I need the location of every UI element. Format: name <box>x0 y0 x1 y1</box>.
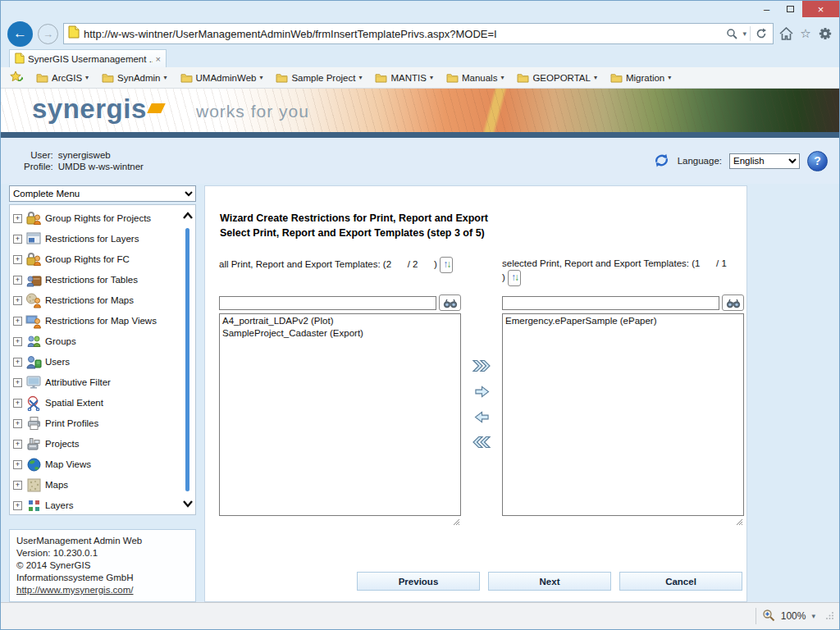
expand-icon[interactable]: + <box>13 419 22 428</box>
scroll-up-icon[interactable] <box>182 208 194 223</box>
favorite-label: SynAdmin <box>117 73 160 83</box>
home-icon[interactable] <box>778 26 793 41</box>
favorite-geoportal[interactable]: GEOPORTAL ▾ <box>517 73 597 83</box>
available-count-total: 2 <box>413 258 434 271</box>
cancel-button[interactable]: Cancel <box>619 572 742 591</box>
available-templates-listbox[interactable]: A4_portrait_LDAPv2 (Plot) SampleProject_… <box>219 313 461 516</box>
expand-icon[interactable]: + <box>13 337 22 346</box>
expand-icon[interactable]: + <box>13 296 22 305</box>
zoom-dropdown-icon[interactable]: ▾ <box>811 612 815 620</box>
user-value: synergisweb <box>58 150 144 160</box>
search-dropdown-icon[interactable]: ▾ <box>742 30 746 38</box>
tree-item-spatial-extent[interactable]: + Spatial Extent <box>13 393 179 413</box>
resize-grip-icon[interactable] <box>736 518 743 527</box>
back-button[interactable]: ← <box>7 21 33 47</box>
selected-count-total: 1 <box>721 257 742 270</box>
tree-item-group-rights-for-fc[interactable]: + Group Rights for FC <box>13 249 179 270</box>
tree-item-label: Spatial Extent <box>45 398 103 408</box>
tree-scrollbar[interactable] <box>180 208 194 511</box>
list-item[interactable]: A4_portrait_LDAPv2 (Plot) <box>220 315 460 327</box>
refresh-icon[interactable] <box>754 26 769 41</box>
tree-item-restrictions-for-layers[interactable]: + Restrictions for Layers <box>13 229 179 249</box>
favorite-sample-project[interactable]: Sample Project ▾ <box>276 73 362 83</box>
scroll-down-icon[interactable] <box>182 496 194 511</box>
favorite-mantis[interactable]: MANTIS ▾ <box>375 73 432 83</box>
available-templates-column: all Print, Report and Export Templates: … <box>219 257 461 526</box>
search-binoculars-button[interactable] <box>439 294 461 311</box>
tree-item-maps[interactable]: + Maps <box>13 475 179 495</box>
expand-icon[interactable]: + <box>13 214 22 223</box>
url-text[interactable]: http://w-ws-wintner/UserManagementAdminW… <box>84 28 720 40</box>
title-bar: – × <box>1 1 839 19</box>
tab-synergis-usermanagement[interactable]: SynerGIS Usermanagement ... × <box>9 49 167 67</box>
resize-grip-icon[interactable] <box>826 610 834 622</box>
favorite-migration[interactable]: Migration ▾ <box>610 73 671 83</box>
menu-select[interactable]: Complete Menu <box>9 185 196 202</box>
user-label: User: <box>24 150 53 160</box>
expand-icon[interactable]: + <box>13 255 22 264</box>
tree-item-group-rights-for-projects[interactable]: + Group Rights for Projects <box>13 208 179 229</box>
tree-item-label: Restrictions for Maps <box>45 295 134 305</box>
search-icon[interactable] <box>724 26 739 41</box>
tree-item-restrictions-for-maps[interactable]: + Restrictions for Maps <box>13 290 179 311</box>
tree-item-map-views[interactable]: + Map Views <box>13 454 179 475</box>
add-favorite-icon[interactable] <box>9 71 23 84</box>
list-item[interactable]: Emergency.ePaperSample (ePaper) <box>503 315 743 327</box>
expand-icon[interactable]: + <box>13 501 22 510</box>
tree-item-layers[interactable]: + Layers <box>13 495 179 515</box>
tree-item-projects[interactable]: + Projects <box>13 434 179 454</box>
expand-icon[interactable]: + <box>13 399 22 408</box>
resize-grip-icon[interactable] <box>453 518 460 527</box>
available-filter-input[interactable] <box>219 296 436 310</box>
tab-close-icon[interactable]: × <box>156 54 161 64</box>
settings-gear-icon[interactable] <box>818 26 833 41</box>
favorites-star-icon[interactable]: ☆ <box>798 26 813 41</box>
favorite-manuals[interactable]: Manuals ▾ <box>446 73 504 83</box>
move-right-button[interactable] <box>471 382 492 400</box>
favorite-umadminweb[interactable]: UMAdminWeb ▾ <box>180 73 263 83</box>
tree-item-print-profiles[interactable]: + Print Profiles <box>13 413 179 434</box>
expand-icon[interactable]: + <box>13 276 22 285</box>
forward-button[interactable]: → <box>38 24 58 44</box>
sort-button[interactable]: ↑↓ <box>440 257 453 273</box>
move-all-right-button[interactable] <box>471 357 492 375</box>
lock-user-icon <box>25 251 42 267</box>
tree-item-attributive-filter[interactable]: + Attributive Filter <box>13 372 179 393</box>
favorite-synadmin[interactable]: SynAdmin ▾ <box>102 73 167 83</box>
help-button[interactable]: ? <box>807 151 828 171</box>
tree-item-users[interactable]: + Users <box>13 352 179 372</box>
previous-button[interactable]: Previous <box>357 572 480 591</box>
move-left-button[interactable] <box>471 408 492 426</box>
selected-filter-input[interactable] <box>502 296 719 310</box>
expand-icon[interactable]: + <box>13 460 22 469</box>
tree-item-restrictions-for-tables[interactable]: + Restrictions for Tables <box>13 270 179 290</box>
move-all-left-button[interactable] <box>471 433 492 451</box>
company-link[interactable]: http://www.mysynergis.com/ <box>16 585 134 595</box>
scrollbar-thumb[interactable] <box>185 228 189 491</box>
maximize-button[interactable] <box>778 1 802 17</box>
tree-item-groups[interactable]: + Groups <box>13 331 179 352</box>
layers-window-icon <box>25 231 42 247</box>
zoom-level[interactable]: 100% <box>781 610 806 622</box>
wizard-title-line2: Select Print, Report and Export Template… <box>220 226 746 240</box>
expand-icon[interactable]: + <box>13 317 22 326</box>
list-item[interactable]: SampleProject_Cadaster (Export) <box>220 327 460 340</box>
sidebar: Complete Menu + Group Rights for Project… <box>9 185 196 602</box>
selected-templates-listbox[interactable]: Emergency.ePaperSample (ePaper) <box>502 313 744 516</box>
language-select[interactable]: English <box>729 153 800 169</box>
expand-icon[interactable]: + <box>13 440 22 449</box>
tree-item-restrictions-for-map-views[interactable]: + Restrictions for Map Views <box>13 311 179 331</box>
search-binoculars-button[interactable] <box>722 294 744 311</box>
zoom-magnifier-icon[interactable] <box>762 609 775 624</box>
sort-button[interactable]: ↑↓ <box>508 270 521 286</box>
expand-icon[interactable]: + <box>13 481 22 490</box>
expand-icon[interactable]: + <box>13 235 22 244</box>
minimize-button[interactable]: – <box>755 1 778 17</box>
expand-icon[interactable]: + <box>13 378 22 387</box>
next-button[interactable]: Next <box>488 572 611 591</box>
address-bar[interactable]: http://w-ws-wintner/UserManagementAdminW… <box>63 23 774 44</box>
close-button[interactable]: × <box>802 1 839 17</box>
favorite-arcgis[interactable]: ArcGIS ▾ <box>36 73 89 83</box>
expand-icon[interactable]: + <box>13 358 22 367</box>
reload-language-icon[interactable] <box>653 152 670 171</box>
